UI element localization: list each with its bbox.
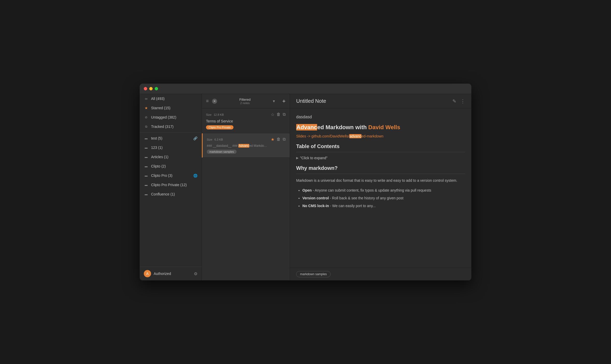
sidebar-bottom: A Authorized ⚙ [140, 267, 202, 280]
list-item-2-bold: Version control [302, 196, 329, 200]
note-detail-footer: markdown samples [290, 268, 471, 280]
sidebar-item-clipto-pro[interactable]: ▬ Clipto Pro (3) 🌐 [140, 171, 202, 180]
copy-button-2[interactable]: ⧉ [283, 137, 286, 142]
authorized-item[interactable]: A Authorized ⚙ [140, 267, 202, 280]
filter-icon[interactable]: ≡ [206, 98, 209, 104]
sidebar-item-confluence-label: Confluence (1) [151, 192, 197, 196]
note-detail-body: dasdasd Advanced Markdown with David Wel… [290, 108, 471, 268]
note-item-1[interactable]: Size 12.8 KB ☆ 🗑 ⧉ Terms of Service Clip… [202, 108, 290, 133]
note-2-actions: ★ 🗑 ⧉ [271, 137, 286, 142]
triangle-right-icon: ▶ [296, 156, 299, 160]
sidebar-item-clipto[interactable]: ▬ Clipto (2) [140, 162, 202, 171]
avatar: A [144, 270, 151, 277]
link-icon: 🔗 [193, 136, 197, 140]
list-item-3: No CMS lock-in - We can easily port to a… [302, 203, 465, 209]
note-tag-1: Clipto Pro Private [206, 125, 233, 129]
sidebar-item-clipto-pro-private[interactable]: ▬ Clipto Pro Private (12) [140, 180, 202, 190]
sidebar-item-articles[interactable]: ▬ Articles (1) [140, 152, 202, 162]
infinity-icon: ∞ [144, 97, 148, 101]
expand-label: "Click to expand" [300, 156, 328, 160]
globe-icon: 🌐 [193, 174, 197, 178]
expand-section[interactable]: ▶ "Click to expand" [296, 156, 465, 160]
why-heading: Why markdown? [296, 165, 465, 171]
notes-header: ≡ ✕ Filtered 2 notes ▾ + [202, 94, 290, 108]
note-snippet-2: ### __dasdasd__ ### Advanced Markdo… [207, 144, 286, 148]
copy-button-1[interactable]: ⧉ [283, 112, 286, 117]
close-icon: ✕ [213, 99, 216, 103]
titlebar [140, 84, 471, 94]
star-button-2[interactable]: ★ [271, 137, 274, 142]
note-detail-header: Untitled Note ✎ ⋮ [290, 94, 471, 108]
note-detail-actions: ✎ ⋮ [452, 98, 465, 104]
star-button-1[interactable]: ☆ [271, 112, 274, 117]
sidebar-item-all[interactable]: ∞ All (493) [140, 94, 202, 103]
minimize-button[interactable] [149, 87, 153, 90]
app-window: ∞ All (493) ★ Starred (15) ⊘ Untagged (3… [140, 84, 471, 280]
size-label-1: Size [206, 113, 211, 116]
star-icon: ★ [144, 106, 148, 110]
heading-post: ed Markdown with [317, 124, 368, 130]
sidebar-item-confluence[interactable]: ▬ Confluence (1) [140, 190, 202, 199]
edit-icon[interactable]: ✎ [452, 98, 456, 104]
close-button[interactable] [144, 87, 147, 90]
link-post: ed-markdown [361, 134, 383, 138]
note-meta-2: Size 6.3 KB ★ 🗑 ⧉ [207, 137, 286, 142]
list-item-1: Open - Anyone can submit content, fix ty… [302, 187, 465, 194]
note-meta-1: Size 12.8 KB ☆ 🗑 ⧉ [206, 112, 286, 117]
why-text: Markdown is a universal doc format that … [296, 178, 465, 183]
chevron-down-icon[interactable]: ▾ [273, 99, 275, 104]
delete-button-1[interactable]: 🗑 [276, 112, 281, 117]
sidebar-item-test-label: test (5) [151, 136, 191, 140]
sidebar-item-clipto-label: Clipto (2) [151, 164, 197, 168]
delete-button-2[interactable]: 🗑 [276, 137, 281, 142]
snippet-highlight: Advanc [238, 144, 249, 148]
note-item-2[interactable]: Size 6.3 KB ★ 🗑 ⧉ ### __dasdasd__ ### Ad… [202, 133, 290, 158]
sidebar-item-all-label: All (493) [151, 97, 197, 101]
copy-icon: ⧉ [144, 125, 148, 128]
list-item-3-text: - We can easily port to any... [329, 204, 376, 208]
filtered-label: Filtered [220, 98, 270, 101]
clear-filter-button[interactable]: ✕ [212, 99, 217, 104]
toc-divider [296, 152, 465, 152]
list-item-1-text: - Anyone can submit content, fix typos &… [312, 188, 431, 192]
list-item-1-bold: Open [302, 188, 312, 192]
sidebar-item-tracked[interactable]: ⧉ Tracked (317) [140, 122, 202, 131]
tag-icon-test: ▬ [144, 137, 148, 140]
why-list: Open - Anyone can submit content, fix ty… [296, 187, 465, 209]
maximize-button[interactable] [155, 87, 158, 90]
tag-icon-clipto: ▬ [144, 165, 148, 168]
tag-icon-confluence: ▬ [144, 193, 148, 196]
sidebar-item-123-label: 123 (1) [151, 145, 197, 150]
tag-icon-articles: ▬ [144, 155, 148, 158]
list-item-2-text: - Roll back & see the history of any giv… [329, 196, 403, 200]
notes-list-panel: ≡ ✕ Filtered 2 notes ▾ + Size 12.8 KB ☆ [202, 94, 290, 280]
note-title-1: Terms of Service [206, 119, 286, 123]
heading-orange: David Wells [368, 124, 400, 130]
more-icon[interactable]: ⋮ [460, 98, 465, 104]
sidebar-item-starred[interactable]: ★ Starred (15) [140, 103, 202, 113]
sidebar-item-articles-label: Articles (1) [151, 155, 197, 159]
sidebar-item-untagged[interactable]: ⊘ Untagged (382) [140, 113, 202, 122]
note-detail-panel: Untitled Note ✎ ⋮ dasdasd Advanced Markd… [290, 94, 471, 280]
link-highlight: advanc [349, 134, 361, 138]
notes-header-info: Filtered 2 notes [220, 98, 270, 105]
list-item-3-bold: No CMS lock-in [302, 204, 329, 208]
tag-icon-clipto-pro: ▬ [144, 174, 148, 177]
sidebar-item-test[interactable]: ▬ test (5) 🔗 [140, 134, 202, 143]
list-item-2: Version control - Roll back & see the hi… [302, 195, 465, 201]
note-author: dasdasd [296, 115, 465, 119]
note-heading-1: Advanced Markdown with David Wells [296, 123, 465, 132]
sidebar-item-tracked-label: Tracked (317) [151, 125, 197, 129]
sidebar-item-123[interactable]: ▬ 123 (1) [140, 143, 202, 152]
link-pre: Slides -> github.com/DavidWells/ [296, 134, 349, 138]
gear-icon[interactable]: ⚙ [194, 271, 197, 276]
heading-highlight: Advanc [296, 124, 317, 130]
sidebar-item-clipto-pro-label: Clipto Pro (3) [151, 173, 191, 178]
toc-heading: Table of Contents [296, 143, 465, 149]
size-value-1: 12.8 KB [214, 113, 224, 116]
add-note-button[interactable]: + [282, 98, 286, 105]
sidebar: ∞ All (493) ★ Starred (15) ⊘ Untagged (3… [140, 94, 202, 280]
note-tag-2: markdown samples [207, 150, 237, 154]
tag-slash-icon: ⊘ [144, 115, 148, 119]
note-1-actions: ☆ 🗑 ⧉ [271, 112, 286, 117]
